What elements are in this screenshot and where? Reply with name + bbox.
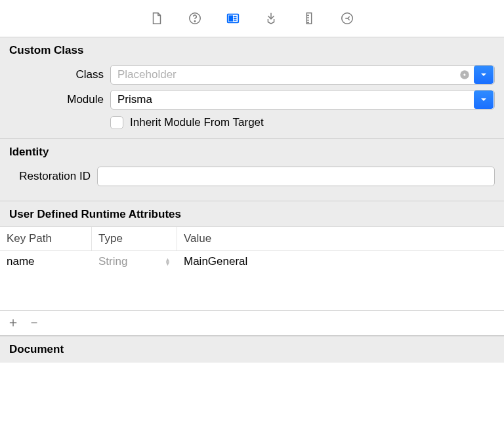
udra-table-body[interactable]: name String ▲▼ MainGeneral xyxy=(0,251,504,310)
class-input[interactable] xyxy=(111,66,459,84)
restoration-id-input[interactable] xyxy=(97,167,495,186)
file-tab-icon[interactable] xyxy=(148,10,165,27)
help-tab-icon[interactable] xyxy=(186,10,203,27)
cell-value[interactable]: MainGeneral xyxy=(177,255,504,268)
autocomplete-arrow-icon xyxy=(459,69,471,81)
col-header-key[interactable]: Key Path xyxy=(0,227,92,251)
svg-point-1 xyxy=(194,21,195,22)
identity-tab-icon[interactable] xyxy=(224,10,242,27)
cell-type[interactable]: String ▲▼ xyxy=(92,255,177,268)
inherit-module-checkbox[interactable] xyxy=(110,116,123,129)
type-stepper-icon[interactable]: ▲▼ xyxy=(165,258,171,266)
udra-table-header: Key Path Type Value xyxy=(0,226,504,251)
size-tab-icon[interactable] xyxy=(301,10,318,27)
module-dropdown-button[interactable] xyxy=(474,90,494,109)
custom-class-header: Custom Class xyxy=(0,37,504,62)
inspector-tab-bar xyxy=(0,0,504,37)
cell-key-path[interactable]: name xyxy=(0,255,92,268)
class-label: Class xyxy=(0,68,110,81)
class-combobox[interactable] xyxy=(110,65,495,85)
identity-header: Identity xyxy=(0,139,504,164)
col-header-type[interactable]: Type xyxy=(92,227,177,251)
udra-section: User Defined Runtime Attributes xyxy=(0,201,504,226)
module-label: Module xyxy=(0,93,110,106)
udra-footer: ＋ － xyxy=(0,310,504,336)
cell-type-value: String xyxy=(98,255,127,268)
attributes-tab-icon[interactable] xyxy=(262,10,280,27)
udra-header: User Defined Runtime Attributes xyxy=(0,201,504,226)
table-row[interactable]: name String ▲▼ MainGeneral xyxy=(0,251,504,272)
inherit-module-label: Inherit Module From Target xyxy=(130,116,264,129)
module-input[interactable] xyxy=(111,90,473,109)
udra-table: Key Path Type Value name String ▲▼ MainG… xyxy=(0,226,504,336)
svg-rect-3 xyxy=(230,16,233,20)
document-header: Document xyxy=(0,336,504,363)
add-row-button[interactable]: ＋ xyxy=(7,313,20,331)
remove-row-button[interactable]: － xyxy=(28,313,41,331)
connections-tab-icon[interactable] xyxy=(339,10,356,27)
custom-class-section: Custom Class Class Module xyxy=(0,37,504,138)
module-combobox[interactable] xyxy=(110,90,495,110)
class-dropdown-button[interactable] xyxy=(474,66,494,84)
identity-section: Identity Restoration ID xyxy=(0,138,504,201)
restoration-id-label: Restoration ID xyxy=(0,170,97,183)
col-header-value[interactable]: Value xyxy=(177,227,504,251)
